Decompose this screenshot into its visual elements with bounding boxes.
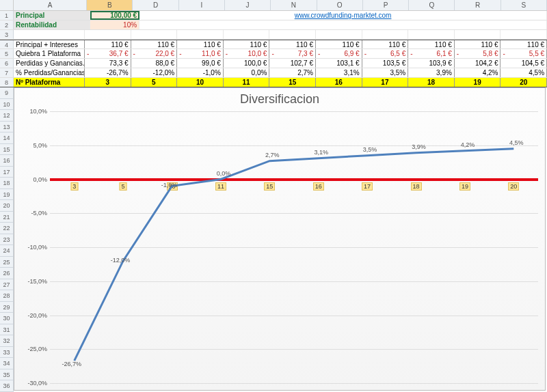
- row-header-18[interactable]: 18: [0, 178, 14, 189]
- chart-data-label: 0,0%: [217, 170, 231, 177]
- chart-ytick-label: 10,0%: [17, 108, 47, 115]
- cell-A4[interactable]: Principal + Intereses: [14, 40, 85, 48]
- row-header-26[interactable]: 26: [0, 268, 14, 279]
- row-header-8[interactable]: 8: [0, 78, 14, 87]
- chart-data-label: 3,9%: [412, 143, 426, 150]
- row-header-21[interactable]: 21: [0, 212, 14, 223]
- row-header-27[interactable]: 27: [0, 279, 14, 291]
- row-header-34[interactable]: 34: [0, 358, 14, 369]
- row-header-23[interactable]: 23: [0, 234, 14, 246]
- cell-B4[interactable]: 110 €: [85, 40, 131, 48]
- row-6: 6 Perdidas y Ganancias. 73,3 € 88,0 € 99…: [0, 59, 547, 68]
- chart-data-label: -12,0%: [111, 257, 131, 264]
- cell-Q4[interactable]: 110 €: [408, 40, 455, 48]
- row-header-5[interactable]: 5: [0, 49, 14, 58]
- chart-title: Diversificacion: [14, 92, 545, 107]
- cell-D4[interactable]: 110 €: [131, 40, 178, 48]
- cell-N5[interactable]: -7,3 €: [269, 49, 316, 58]
- cell-P4[interactable]: 110 €: [362, 40, 409, 48]
- cell-D5[interactable]: -22,0 €: [131, 49, 178, 58]
- col-header-R[interactable]: R: [455, 0, 501, 10]
- col-header-O[interactable]: O: [317, 0, 363, 10]
- cell-B2[interactable]: 10%: [90, 20, 139, 29]
- cell-A8[interactable]: Nº Plataforma: [14, 78, 85, 87]
- col-header-P[interactable]: P: [363, 0, 409, 10]
- cell-S4[interactable]: 110 €: [501, 40, 547, 48]
- chart-ytick-label: -25,0%: [17, 346, 47, 352]
- row-header-33[interactable]: 33: [0, 347, 14, 359]
- cell-A7[interactable]: % Perdidas/Ganancias.: [14, 68, 85, 77]
- row-header-31[interactable]: 31: [0, 324, 14, 336]
- chart-ytick-label: -20,0%: [17, 312, 47, 319]
- chart-data-label: 2,7%: [265, 152, 280, 158]
- row-header-3[interactable]: 3: [0, 30, 14, 39]
- col-header-Q[interactable]: Q: [409, 0, 455, 10]
- cell-Q5[interactable]: -6,1 €: [408, 49, 455, 58]
- cell-I4[interactable]: 110 €: [177, 40, 224, 48]
- cell-J4[interactable]: 110 €: [224, 40, 270, 48]
- chart-data-label: 4,5%: [509, 139, 524, 146]
- chart-ytick-label: -15,0%: [17, 278, 47, 285]
- cell-A5[interactable]: Quiebra 1 Plataforma: [14, 49, 85, 58]
- cell-empty-merged[interactable]: [139, 20, 547, 29]
- cell-A2[interactable]: Rentabilidad: [14, 20, 90, 29]
- row-header-2[interactable]: 2: [0, 20, 14, 29]
- chart-data-label: 4,2%: [461, 141, 475, 148]
- row-header-19[interactable]: 19: [0, 189, 14, 201]
- row-header-4[interactable]: 4: [0, 40, 14, 48]
- row-header-10[interactable]: 10: [0, 99, 14, 111]
- row-header-22[interactable]: 22: [0, 223, 14, 234]
- cell-O4[interactable]: 110 €: [316, 40, 362, 48]
- cell-R5[interactable]: -5,8 €: [455, 49, 501, 58]
- row-header-13[interactable]: 13: [0, 122, 14, 133]
- row-header-12[interactable]: 12: [0, 110, 14, 122]
- row-header-14[interactable]: 14: [0, 132, 14, 144]
- row-3: 3: [0, 30, 547, 40]
- row-1: 1 Principal 100,00 € www.crowdfunding-ma…: [0, 11, 547, 20]
- cell-R4[interactable]: 110 €: [455, 40, 501, 48]
- row-header-7[interactable]: 7: [0, 68, 14, 77]
- select-all-corner[interactable]: [0, 0, 14, 10]
- cell-J5[interactable]: -10,0 €: [224, 49, 270, 58]
- chart-gridline: [50, 383, 538, 384]
- cell-B5[interactable]: -36,7 €: [85, 49, 131, 58]
- col-header-B[interactable]: B: [87, 0, 133, 10]
- chart-ytick-label: -30,0%: [17, 380, 47, 387]
- row-header-15[interactable]: 15: [0, 144, 14, 156]
- col-header-A[interactable]: A: [14, 0, 87, 10]
- row-8: 8 Nº Plataforma 3 5 10 11 15 16 17 18 19…: [0, 78, 547, 87]
- row-header-36[interactable]: 36: [0, 380, 14, 392]
- row-header-1[interactable]: 1: [0, 11, 14, 20]
- row-header-16[interactable]: 16: [0, 155, 14, 167]
- col-header-J[interactable]: J: [225, 0, 271, 10]
- col-header-N[interactable]: N: [271, 0, 317, 10]
- chart-diversificacion[interactable]: Diversificacion -30,0%-25,0%-20,0%-15,0%…: [14, 87, 546, 391]
- row-header-17[interactable]: 17: [0, 167, 14, 178]
- row-header-6[interactable]: 6: [0, 59, 14, 68]
- row-header-9[interactable]: 9: [0, 87, 14, 99]
- row-header-24[interactable]: 24: [0, 245, 14, 257]
- row-header-28[interactable]: 28: [0, 290, 14, 302]
- row-2: 2 Rentabilidad 10%: [0, 20, 547, 30]
- row-7: 7 % Perdidas/Ganancias. -26,7% -12,0% -1…: [0, 68, 547, 78]
- row-header-20[interactable]: 20: [0, 200, 14, 212]
- row-header-32[interactable]: 32: [0, 335, 14, 347]
- col-header-I[interactable]: I: [179, 0, 225, 10]
- row-header-30[interactable]: 30: [0, 313, 14, 324]
- row-header-25[interactable]: 25: [0, 257, 14, 268]
- cell-A6[interactable]: Perdidas y Ganancias.: [14, 59, 85, 68]
- cell-S5[interactable]: -5,5 €: [501, 49, 547, 58]
- cell-link[interactable]: www.crowdfunding-marktet.com: [139, 11, 547, 20]
- cell-N4[interactable]: 110 €: [269, 40, 316, 48]
- cell-A1[interactable]: Principal: [14, 11, 90, 20]
- col-header-D[interactable]: D: [133, 0, 178, 10]
- cell-O5[interactable]: -6,9 €: [316, 49, 362, 58]
- row-header-29[interactable]: 29: [0, 302, 14, 313]
- cell-I5[interactable]: -11,0 €: [177, 49, 224, 58]
- row-header-35[interactable]: 35: [0, 369, 14, 381]
- cell-P5[interactable]: -6,5 €: [362, 49, 409, 58]
- cell-B1[interactable]: 100,00 €: [90, 11, 139, 20]
- chart-data-label: 3,5%: [363, 146, 377, 153]
- spreadsheet: A B D I J N O P Q R S 1 Principal 100,00…: [0, 0, 547, 392]
- col-header-S[interactable]: S: [501, 0, 547, 10]
